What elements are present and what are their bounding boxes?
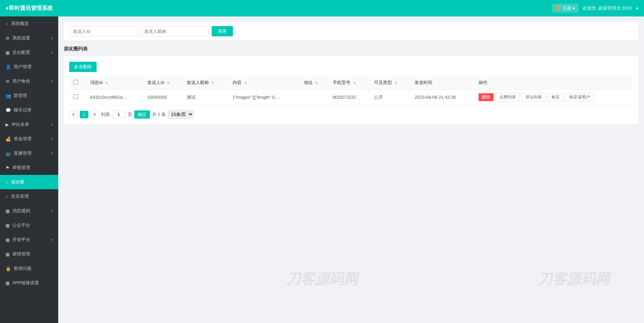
- sidebar-item-roles[interactable]: ⚙ 用户角色 ▾: [0, 74, 58, 88]
- security-icon: 🔒: [5, 266, 11, 271]
- table-row: 6432c0cccf861d... 10000005 测试 {"images":…: [69, 89, 633, 105]
- section-title: 朋友圈列表: [64, 46, 639, 52]
- roles-icon: ⚙: [5, 79, 10, 84]
- page-1-button[interactable]: 1: [80, 111, 88, 118]
- checkbox-column-header: [69, 76, 86, 89]
- search-bar: 搜索: [64, 22, 639, 40]
- row-0-phone-model: M2007J22C: [329, 89, 370, 105]
- row-0-content: {"images":[{"length":0,...: [228, 89, 299, 105]
- row-0-message-id: 6432c0cccf861d...: [86, 89, 143, 105]
- theme-label: 主题: [562, 5, 571, 11]
- sidebar-item-users[interactable]: 👤 用户管理: [0, 60, 58, 74]
- moments-label: 朋友圈: [11, 179, 24, 185]
- message-id-header: 消息Id ⇅: [86, 76, 143, 89]
- openplatform-icon: ▦: [5, 237, 10, 242]
- sender-name-input[interactable]: [140, 26, 209, 36]
- title-text: ●即时通讯管理系统: [5, 5, 53, 12]
- table-body: 6432c0cccf861d... 10000005 测试 {"images":…: [69, 89, 633, 105]
- main-content: 搜索 朋友圈列表 多选删除 消息Id ⇅ 发送人Id ⇅ 发送人昵称 ⇅ 内容 …: [58, 16, 644, 323]
- welcome-text: 欢迎您, 超级管理员:1000: [583, 5, 632, 11]
- sidebar-item-openplatform[interactable]: ▦ 开放平台 ▾: [0, 232, 58, 247]
- sidebar-item-chat[interactable]: 💬 聊天记录: [0, 103, 58, 117]
- finance-arrow-icon: ▾: [51, 137, 53, 141]
- backend-arrow-icon: ▾: [51, 51, 53, 55]
- table-header: 消息Id ⇅ 发送人Id ⇅ 发送人昵称 ⇅ 内容 ⇅ 地址 ⇅ 手机型号 ⇅ …: [69, 76, 633, 89]
- sidebar-item-settings[interactable]: ⚙ 系统设置 ▾: [0, 31, 58, 45]
- row-0-sender-name: 测试: [183, 89, 229, 105]
- sidebar-item-ipwhite[interactable]: ▶ IP白名单 ▾: [0, 117, 58, 132]
- total-text: 共 1 条: [152, 111, 166, 118]
- sidebar-item-publicplatform[interactable]: ▦ 公众平台: [0, 218, 58, 232]
- settings-icon: ⚙: [5, 36, 10, 41]
- sidebar-item-msgrules[interactable]: ▦ 消息规则 ▾: [0, 204, 58, 218]
- row-0-comments-button[interactable]: 评论列表: [522, 93, 546, 101]
- msgrules-label: 消息规则: [12, 208, 30, 214]
- sender-id-input[interactable]: [69, 26, 138, 36]
- sidebar-item-applink[interactable]: ▦ APP链接设置: [0, 276, 58, 290]
- users-label: 用户管理: [14, 64, 32, 70]
- sidebar-item-security[interactable]: 🔒 密保问题: [0, 261, 58, 276]
- theme-arrow-icon: ▾: [573, 6, 575, 11]
- send-time-header: 发送时间: [410, 76, 474, 89]
- users-icon: 👤: [5, 64, 11, 70]
- report-icon: ⚑: [5, 165, 10, 170]
- table-container: 多选删除 消息Id ⇅ 发送人Id ⇅ 发送人昵称 ⇅ 内容 ⇅ 地址 ⇅ 手机…: [64, 56, 639, 124]
- action-header: 操作: [474, 76, 633, 89]
- report-label: 举报管理: [12, 165, 30, 171]
- sidebar-item-groups[interactable]: 👥 群管理: [0, 88, 58, 103]
- overview-label: 系统概览: [11, 21, 29, 27]
- select-all-checkbox[interactable]: [73, 80, 78, 85]
- security-label: 密保问题: [14, 265, 32, 272]
- sidebar-item-moments[interactable]: ○ 朋友圈: [0, 175, 58, 189]
- sidebar-item-emoji[interactable]: ▦ 表情管理: [0, 247, 58, 261]
- msgrules-icon: ▦: [5, 208, 10, 214]
- visibility-header: 可见类型 ⇅: [370, 76, 410, 89]
- goto-page-input[interactable]: [112, 110, 126, 118]
- phone-model-header: 手机型号 ⇅: [329, 76, 370, 89]
- row-0-pin-button[interactable]: 标定: [548, 93, 564, 101]
- search-button[interactable]: 搜索: [212, 26, 233, 36]
- user-dropdown-icon[interactable]: ▾: [636, 6, 639, 11]
- ipwhite-label: IP白名单: [12, 121, 29, 128]
- finance-icon: 💰: [5, 136, 11, 142]
- page-suffix-label: 页: [128, 111, 132, 118]
- moments-table: 消息Id ⇅ 发送人Id ⇅ 发送人昵称 ⇅ 内容 ⇅ 地址 ⇅ 手机型号 ⇅ …: [69, 76, 633, 105]
- row-0-sender-id: 10000005: [143, 89, 183, 105]
- chat-label: 聊天记录: [14, 107, 32, 113]
- row-0-pin-user-button[interactable]: 标定读用户: [566, 93, 594, 101]
- ipwhite-icon: ▶: [5, 122, 9, 127]
- sidebar-item-report[interactable]: ⚑ 举报管理: [0, 160, 58, 175]
- theme-icon: 🎨: [555, 6, 561, 11]
- sidebar-item-music[interactable]: ○ 音乐管理: [0, 189, 58, 204]
- music-label: 音乐管理: [11, 193, 29, 200]
- sidebar-item-live[interactable]: 📺 直播管理 ▾: [0, 146, 58, 160]
- page-size-select[interactable]: 15条/页 30条/页 50条/页: [168, 110, 194, 119]
- applink-label: APP链接设置: [12, 280, 39, 286]
- pagination: < 1 > 到第 页 确定 共 1 条 15条/页 30条/页 50条/页: [69, 110, 633, 119]
- roles-label: 用户角色: [12, 78, 30, 84]
- chat-icon: 💬: [5, 108, 11, 113]
- sender-name-header: 发送人昵称 ⇅: [183, 76, 229, 89]
- goto-confirm-button[interactable]: 确定: [134, 110, 150, 119]
- live-arrow-icon: ▾: [51, 152, 53, 155]
- sidebar-item-backend[interactable]: ▦ 后台配置 ▾: [0, 45, 58, 60]
- msgrules-arrow-icon: ▾: [51, 209, 53, 213]
- multi-delete-button[interactable]: 多选删除: [69, 62, 97, 72]
- sidebar: ○ 系统概览 ⚙ 系统设置 ▾ ▦ 后台配置 ▾ 👤 用户管理 ⚙ 用户角色 ▾…: [0, 16, 58, 323]
- sender-id-header: 发送人Id ⇅: [143, 76, 183, 89]
- publicplatform-icon: ▦: [5, 223, 10, 228]
- openplatform-label: 开放平台: [12, 237, 30, 243]
- row-0-likes-button[interactable]: 点赞列表: [496, 93, 520, 101]
- prev-page-button[interactable]: <: [69, 111, 78, 118]
- sidebar-item-finance[interactable]: 💰 资金管理 ▾: [0, 132, 58, 146]
- backend-label: 后台配置: [12, 49, 30, 56]
- applink-icon: ▦: [5, 280, 10, 286]
- ipwhite-arrow-icon: ▾: [51, 123, 53, 127]
- sidebar-item-overview[interactable]: ○ 系统概览: [0, 16, 58, 31]
- next-page-button[interactable]: >: [90, 111, 99, 118]
- theme-button[interactable]: 🎨 主题 ▾: [552, 4, 579, 13]
- row-0-delete-button[interactable]: 删除: [479, 93, 494, 101]
- row-0-checkbox[interactable]: [73, 94, 78, 99]
- groups-label: 群管理: [14, 93, 27, 99]
- app-title: ●即时通讯管理系统: [5, 5, 53, 12]
